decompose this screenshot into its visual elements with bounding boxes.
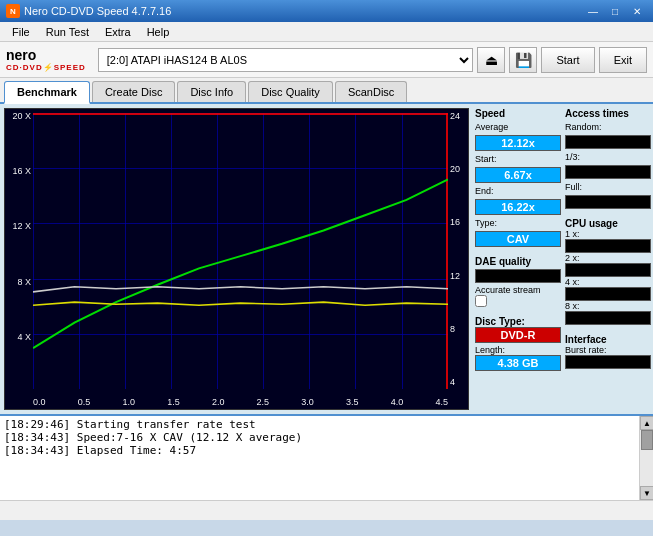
type-value: CAV <box>475 231 561 247</box>
dae-value <box>475 269 561 283</box>
maximize-button[interactable]: □ <box>605 3 625 19</box>
chart-inner <box>33 113 448 389</box>
nero-logo: nero CD·DVD⚡SPEED <box>6 47 86 72</box>
log-area: [18:29:46] Starting transfer rate test [… <box>0 414 653 500</box>
random-value <box>565 135 651 149</box>
third-label: 1/3: <box>565 152 651 162</box>
speed-curve <box>33 113 448 389</box>
accurate-stream-label: Accurate stream <box>475 285 561 295</box>
chart-area: 20 X 16 X 12 X 8 X 4 X <box>4 108 469 410</box>
menu-bar: File Run Test Extra Help <box>0 22 653 42</box>
exit-button[interactable]: Exit <box>599 47 647 73</box>
end-value: 16.22x <box>475 199 561 215</box>
interface-label: Interface <box>565 334 651 345</box>
right-panel: Speed Average 12.12x Start: 6.67x End: 1… <box>473 104 653 414</box>
tab-bar: Benchmark Create Disc Disc Info Disc Qua… <box>0 78 653 104</box>
disc-length-value: 4.38 GB <box>475 355 561 371</box>
left-col: Speed Average 12.12x Start: 6.67x End: 1… <box>475 108 561 410</box>
random-label: Random: <box>565 122 651 132</box>
start-button[interactable]: Start <box>541 47 594 73</box>
x4-label: 4 x: <box>565 277 651 287</box>
title-bar-controls: — □ ✕ <box>583 3 647 19</box>
log-line-2: [18:34:43] Speed:7-16 X CAV (12.12 X ave… <box>4 431 635 444</box>
save-button[interactable]: 💾 <box>509 47 537 73</box>
log-line-1: [18:29:46] Starting transfer rate test <box>4 418 635 431</box>
x4-value <box>565 287 651 301</box>
scroll-down-button[interactable]: ▼ <box>640 486 653 500</box>
tab-disc-info[interactable]: Disc Info <box>177 81 246 102</box>
main-content: 20 X 16 X 12 X 8 X 4 X <box>0 104 653 414</box>
title-bar-left: N Nero CD-DVD Speed 4.7.7.16 <box>6 4 171 18</box>
tab-scan-disc[interactable]: ScanDisc <box>335 81 407 102</box>
full-label: Full: <box>565 182 651 192</box>
tab-disc-quality[interactable]: Disc Quality <box>248 81 333 102</box>
scroll-up-button[interactable]: ▲ <box>640 416 653 430</box>
average-value: 12.12x <box>475 135 561 151</box>
x1-value <box>565 239 651 253</box>
minimize-button[interactable]: — <box>583 3 603 19</box>
log-line-3: [18:34:43] Elapsed Time: 4:57 <box>4 444 635 457</box>
chart-x-labels: 0.0 0.5 1.0 1.5 2.0 2.5 3.0 3.5 4.0 4.5 <box>33 397 448 407</box>
menu-extra[interactable]: Extra <box>97 24 139 40</box>
full-value <box>565 195 651 209</box>
x1-label: 1 x: <box>565 229 651 239</box>
speed-label: Speed <box>475 108 561 119</box>
start-label: Start: <box>475 154 561 164</box>
menu-file[interactable]: File <box>4 24 38 40</box>
dae-label: DAE quality <box>475 256 561 267</box>
menu-help[interactable]: Help <box>139 24 178 40</box>
right-col: Access times Random: 1/3: Full: CPU usag… <box>565 108 651 410</box>
burst-value <box>565 355 651 369</box>
toolbar: nero CD·DVD⚡SPEED [2:0] ATAPI iHAS124 B … <box>0 42 653 78</box>
tab-benchmark[interactable]: Benchmark <box>4 81 90 104</box>
nero-logo-text: nero <box>6 47 36 63</box>
burst-label: Burst rate: <box>565 345 651 355</box>
title-bar: N Nero CD-DVD Speed 4.7.7.16 — □ ✕ <box>0 0 653 22</box>
start-value: 6.67x <box>475 167 561 183</box>
disc-length-label: Length: <box>475 345 561 355</box>
log-content: [18:29:46] Starting transfer rate test [… <box>0 416 639 500</box>
scroll-thumb[interactable] <box>641 430 653 450</box>
accurate-stream-row <box>475 295 561 307</box>
menu-run-test[interactable]: Run Test <box>38 24 97 40</box>
x8-label: 8 x: <box>565 301 651 311</box>
x8-value <box>565 311 651 325</box>
tab-create-disc[interactable]: Create Disc <box>92 81 175 102</box>
drive-select[interactable]: [2:0] ATAPI iHAS124 B AL0S <box>98 48 474 72</box>
x2-value <box>565 263 651 277</box>
close-button[interactable]: ✕ <box>627 3 647 19</box>
panel-columns: Speed Average 12.12x Start: 6.67x End: 1… <box>475 108 651 410</box>
type-label: Type: <box>475 218 561 228</box>
log-scrollbar: ▲ ▼ <box>639 416 653 500</box>
end-label: End: <box>475 186 561 196</box>
status-bar <box>0 500 653 520</box>
x2-label: 2 x: <box>565 253 651 263</box>
cpu-label: CPU usage <box>565 218 651 229</box>
nero-logo-subtitle: CD·DVD⚡SPEED <box>6 63 86 72</box>
disc-type-value: DVD-R <box>475 327 561 343</box>
app-title: Nero CD-DVD Speed 4.7.7.16 <box>24 5 171 17</box>
eject-button[interactable]: ⏏ <box>477 47 505 73</box>
average-label: Average <box>475 122 561 132</box>
access-label: Access times <box>565 108 651 119</box>
third-value <box>565 165 651 179</box>
accurate-stream-checkbox[interactable] <box>475 295 487 307</box>
disc-type-label: Disc Type: <box>475 316 561 327</box>
chart-y-labels-right: 24 20 16 12 8 4 <box>448 109 468 389</box>
scroll-track <box>640 430 653 486</box>
chart-y-labels: 20 X 16 X 12 X 8 X 4 X <box>5 109 33 389</box>
app-icon: N <box>6 4 20 18</box>
